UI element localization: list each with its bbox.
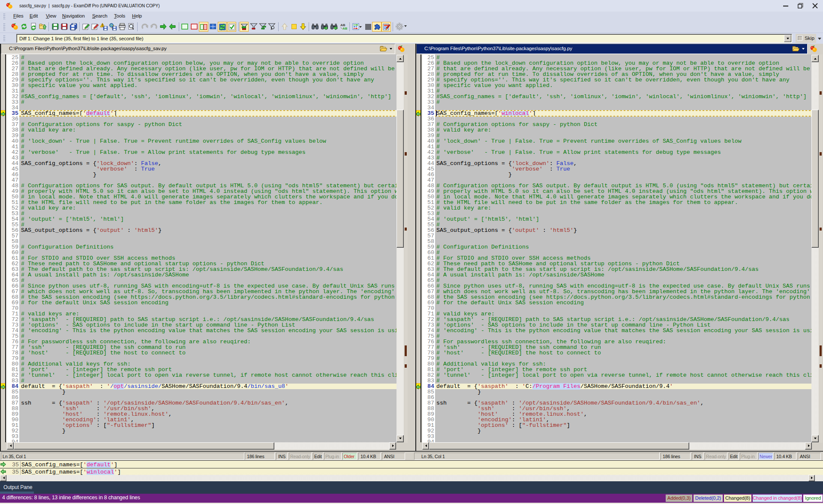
- svg-text:AB: AB: [342, 27, 347, 30]
